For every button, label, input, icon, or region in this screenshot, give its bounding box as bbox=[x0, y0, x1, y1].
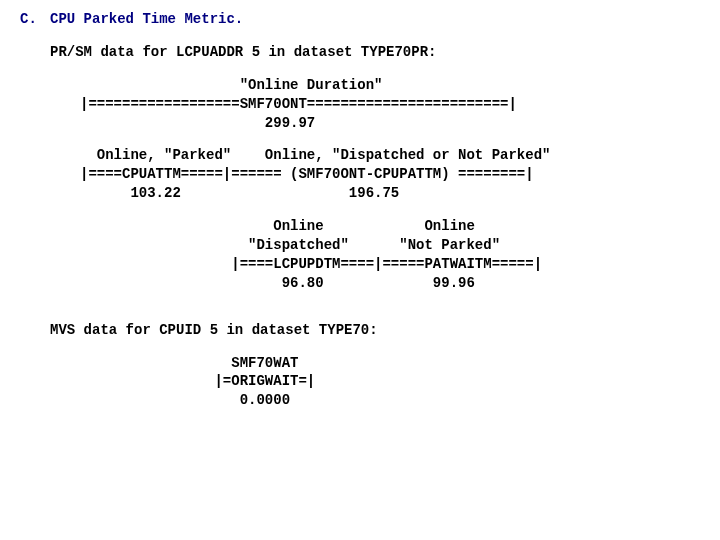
diag1-l1: "Online Duration" bbox=[80, 77, 382, 93]
diag3-l4: 96.80 99.96 bbox=[80, 275, 475, 291]
diag3-l1: Online Online bbox=[80, 218, 475, 234]
diagram-online-duration: "Online Duration" |==================SMF… bbox=[80, 76, 700, 133]
diag4-l3: 0.0000 bbox=[80, 392, 290, 408]
diagram-dispatched-vs-notparked: Online Online "Dispatched" "Not Parked" … bbox=[80, 217, 700, 293]
diag1-l3: 299.97 bbox=[80, 115, 315, 131]
diag2-l1: Online, "Parked" Online, "Dispatched or … bbox=[80, 147, 550, 163]
diagram-origwait: SMF70WAT |=ORIGWAIT=| 0.0000 bbox=[80, 354, 700, 411]
diagram-parked-vs-dispatched: Online, "Parked" Online, "Dispatched or … bbox=[80, 146, 700, 203]
diag1-l2: |==================SMF70ONT=============… bbox=[80, 96, 517, 112]
diag4-l1: SMF70WAT bbox=[80, 355, 298, 371]
section-title: CPU Parked Time Metric. bbox=[50, 10, 243, 29]
diag4-l2: |=ORIGWAIT=| bbox=[80, 373, 315, 389]
diag2-l2: |====CPUATTM=====|====== (SMF70ONT-CPUPA… bbox=[80, 166, 534, 182]
diag2-l3: 103.22 196.75 bbox=[80, 185, 399, 201]
section-marker: C. bbox=[20, 10, 50, 29]
diag3-l2: "Dispatched" "Not Parked" bbox=[80, 237, 500, 253]
mvs-heading: MVS data for CPUID 5 in dataset TYPE70: bbox=[50, 321, 700, 340]
diag3-l3: |====LCPUPDTM====|=====PATWAITM=====| bbox=[80, 256, 542, 272]
prsm-heading: PR/SM data for LCPUADDR 5 in dataset TYP… bbox=[50, 43, 700, 62]
